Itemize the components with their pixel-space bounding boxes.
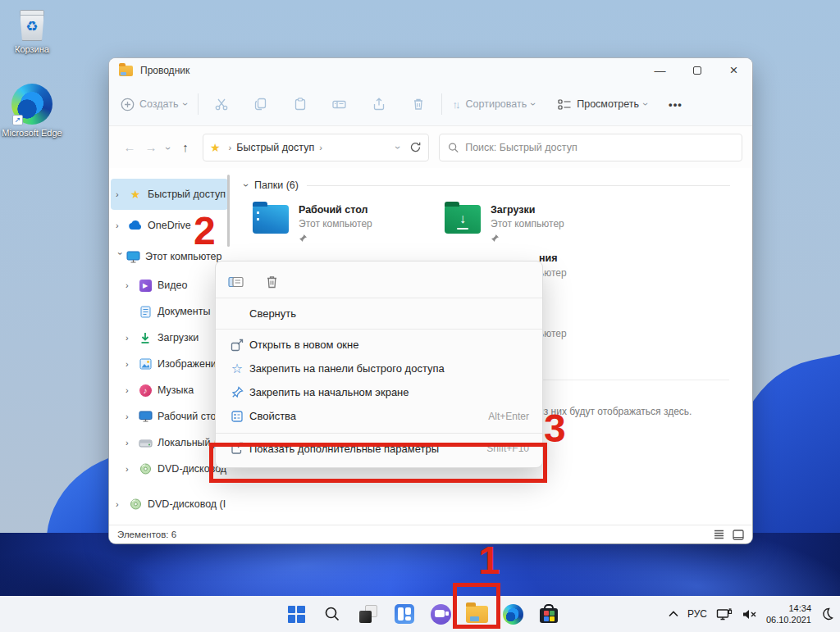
see-more-button[interactable]: ••• bbox=[669, 98, 682, 111]
chevron-down-icon[interactable]: › bbox=[116, 252, 126, 261]
back-button[interactable]: ← bbox=[119, 140, 140, 154]
minimize-button[interactable]: — bbox=[641, 58, 678, 83]
view-icon bbox=[558, 98, 572, 111]
open-new-window-icon bbox=[229, 339, 245, 352]
sidebar-item-videos[interactable]: › ▶ Видео bbox=[111, 272, 228, 298]
chevron-right-icon[interactable]: › bbox=[126, 438, 137, 448]
breadcrumb-chevron-icon: › bbox=[229, 143, 232, 152]
obscured-tile-location: ьютер bbox=[539, 328, 567, 339]
search-box[interactable] bbox=[439, 134, 742, 161]
store-button[interactable] bbox=[533, 598, 564, 630]
menu-item-pin-quick-access[interactable]: ☆ Закрепить на панели быстрого доступа bbox=[216, 357, 542, 380]
chat-button[interactable] bbox=[425, 598, 456, 630]
rename-button[interactable] bbox=[327, 92, 352, 116]
videos-icon: ▶ bbox=[137, 280, 153, 292]
menu-item-pin-start[interactable]: Закрепить на начальном экране bbox=[216, 380, 542, 404]
delete-button[interactable] bbox=[406, 92, 431, 116]
explorer-app-icon bbox=[119, 66, 133, 76]
desktop-icon-edge[interactable]: ↗ Microsoft Edge bbox=[0, 84, 64, 139]
sort-button-label: Сортировать bbox=[466, 98, 527, 110]
address-dropdown-button[interactable]: › bbox=[393, 146, 403, 149]
sidebar-item-documents[interactable]: Документы bbox=[111, 298, 228, 325]
properties-icon bbox=[229, 410, 245, 423]
context-menu: Свернуть Открыть в новом окне ☆ Закрепит… bbox=[215, 261, 543, 468]
folder-tile-desktop[interactable]: Рабочий стол Этот компьютер bbox=[253, 202, 440, 243]
details-view-button[interactable] bbox=[714, 530, 724, 539]
clock[interactable]: 14:34 06.10.2021 bbox=[766, 602, 811, 626]
sidebar-item-music[interactable]: › ♪ Музыка bbox=[111, 377, 228, 403]
annotation-number-1: 1 bbox=[478, 541, 500, 580]
documents-icon bbox=[137, 306, 153, 318]
sidebar-item-dvd-drive-2[interactable]: › DVD-дисковод (I bbox=[111, 489, 228, 520]
widgets-button[interactable] bbox=[389, 598, 420, 630]
title-bar[interactable]: Проводник — × bbox=[109, 58, 752, 83]
chevron-down-icon: › bbox=[641, 102, 651, 106]
rename-icon-button[interactable] bbox=[227, 274, 244, 290]
pictures-icon bbox=[137, 358, 153, 370]
new-button[interactable]: Создать › bbox=[121, 98, 187, 111]
chevron-down-icon: › bbox=[180, 102, 190, 106]
forward-button[interactable]: → bbox=[140, 140, 162, 154]
chevron-right-icon[interactable]: › bbox=[116, 499, 127, 509]
task-view-button[interactable] bbox=[353, 598, 384, 630]
star-outline-icon: ☆ bbox=[229, 362, 245, 375]
maximize-button[interactable] bbox=[678, 58, 715, 83]
folders-section-header[interactable]: › Папки (6) bbox=[244, 180, 730, 191]
chevron-right-icon[interactable]: › bbox=[126, 280, 137, 290]
trash-icon bbox=[411, 97, 426, 111]
widgets-icon bbox=[395, 604, 414, 624]
folder-tile-downloads[interactable]: ↓ Загрузки Этот компьютер bbox=[445, 202, 632, 243]
chevron-right-icon[interactable]: › bbox=[126, 464, 137, 474]
show-hidden-icons-button[interactable] bbox=[669, 611, 678, 617]
star-icon: ★ bbox=[127, 188, 144, 201]
downloads-folder-icon: ↓ bbox=[445, 205, 481, 234]
recent-locations-button[interactable]: › bbox=[163, 147, 173, 150]
start-button[interactable] bbox=[281, 598, 312, 630]
close-icon: × bbox=[730, 62, 738, 79]
language-indicator[interactable]: РУС bbox=[687, 608, 707, 620]
breadcrumb[interactable]: Быстрый доступ bbox=[236, 142, 314, 153]
annotation-number-2: 2 bbox=[194, 211, 216, 251]
view-button[interactable]: Просмотреть › bbox=[558, 98, 647, 111]
desktop-icon-recycle-bin[interactable]: ♻ Корзина bbox=[0, 10, 64, 56]
shortcut-arrow-badge: ↗ bbox=[12, 115, 23, 125]
sidebar-item-pictures[interactable]: › Изображения bbox=[111, 351, 228, 377]
sidebar-item-quick-access[interactable]: › ★ Быстрый доступ bbox=[111, 179, 228, 210]
collapse-section-icon[interactable]: › bbox=[241, 184, 251, 187]
annotation-number-3: 3 bbox=[544, 409, 566, 448]
focus-assist-moon-icon[interactable] bbox=[820, 607, 833, 621]
large-icons-view-button[interactable] bbox=[733, 530, 744, 540]
menu-item-collapse[interactable]: Свернуть bbox=[216, 298, 542, 329]
menu-item-properties[interactable]: Свойства Alt+Enter bbox=[216, 404, 542, 428]
copy-button[interactable] bbox=[249, 92, 273, 116]
chevron-right-icon[interactable]: › bbox=[126, 359, 137, 369]
up-button[interactable]: ↑ bbox=[175, 140, 196, 154]
volume-muted-icon[interactable] bbox=[742, 608, 757, 621]
chevron-right-icon[interactable]: › bbox=[116, 189, 127, 199]
annotation-box-step3 bbox=[209, 443, 547, 483]
breadcrumb-chevron-icon: › bbox=[319, 143, 322, 152]
sort-button[interactable]: ↑↓ Сортировать › bbox=[453, 98, 536, 111]
chevron-right-icon[interactable]: › bbox=[126, 385, 137, 395]
sidebar-item-downloads[interactable]: › Загрузки bbox=[111, 325, 228, 351]
menu-item-open-new-window[interactable]: Открыть в новом окне bbox=[216, 333, 542, 357]
monitor-icon bbox=[125, 251, 141, 263]
share-button[interactable] bbox=[367, 92, 391, 116]
edge-button[interactable] bbox=[497, 598, 528, 630]
copy-icon bbox=[253, 97, 268, 111]
taskbar-search-button[interactable] bbox=[317, 598, 348, 630]
cut-button[interactable] bbox=[209, 92, 234, 116]
paste-button[interactable] bbox=[288, 92, 313, 116]
address-bar[interactable]: ★ › Быстрый доступ › › bbox=[203, 134, 429, 161]
search-input[interactable] bbox=[465, 142, 733, 153]
network-icon[interactable] bbox=[716, 607, 733, 621]
chevron-right-icon[interactable]: › bbox=[116, 221, 127, 230]
close-button[interactable]: × bbox=[715, 58, 752, 83]
delete-icon-button[interactable] bbox=[264, 274, 280, 290]
section-rule bbox=[307, 185, 730, 186]
refresh-button[interactable] bbox=[409, 141, 422, 153]
chevron-right-icon[interactable]: › bbox=[126, 333, 137, 343]
chevron-right-icon[interactable]: › bbox=[126, 411, 137, 421]
downloads-icon bbox=[137, 332, 153, 344]
sidebar-item-desktop[interactable]: › Рабочий стол bbox=[111, 403, 228, 430]
